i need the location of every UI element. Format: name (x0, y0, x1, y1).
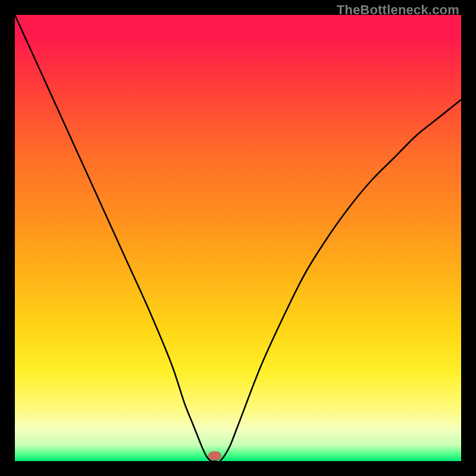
optimum-marker (208, 452, 221, 461)
plot-area (15, 15, 461, 461)
chart-frame: TheBottleneck.com (0, 0, 476, 476)
bottleneck-curve (15, 15, 461, 461)
